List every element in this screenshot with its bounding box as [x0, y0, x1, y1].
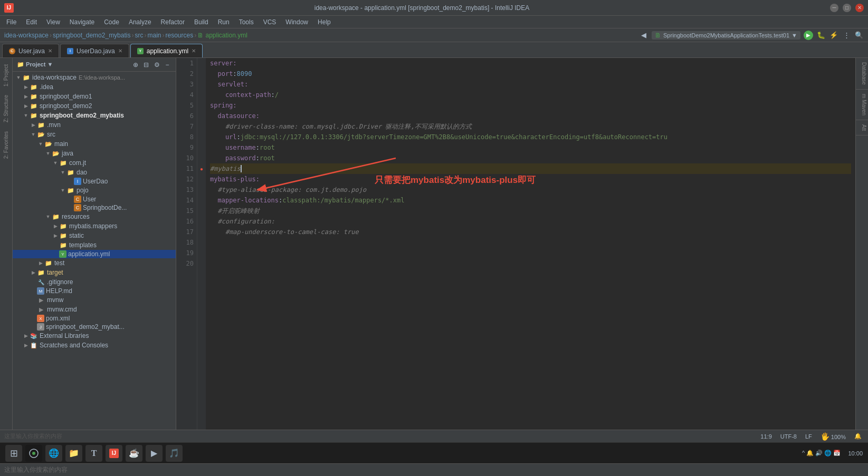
- tree-item-scratches[interactable]: ▶ 📋 Scratches and Consoles: [13, 341, 176, 350]
- tree-item-user[interactable]: C User: [13, 195, 176, 203]
- taskbar-start[interactable]: ⊞: [5, 445, 22, 462]
- code-editor[interactable]: server: port: 8090 servlet:: [206, 58, 855, 430]
- nav-back-button[interactable]: ◀: [639, 31, 648, 40]
- tree-item-idea[interactable]: ▶ 📁 .idea: [13, 82, 176, 92]
- right-panel-maven[interactable]: m Maven: [856, 90, 868, 120]
- tree-item-dao[interactable]: ▼ 📁 dao: [13, 168, 176, 177]
- menu-help[interactable]: Help: [313, 17, 335, 27]
- tab-user-java[interactable]: C User.java ✕: [2, 44, 59, 57]
- tree-item-mvn[interactable]: ▶ 📁 .mvn: [13, 120, 176, 130]
- gutter-marker-11[interactable]: ●: [200, 166, 203, 172]
- menu-build[interactable]: Build: [190, 17, 213, 27]
- toolbar-more[interactable]: ⋮: [842, 31, 851, 40]
- tree-item-pomxml[interactable]: X pom.xml: [13, 314, 176, 323]
- sidebar-add-button[interactable]: ⊕: [131, 61, 140, 69]
- breadcrumb: idea-workspace › springboot_demo2_mybati…: [0, 28, 868, 42]
- tree-item-mybatismappers[interactable]: ▶ 📁 mybatis.mappers: [13, 221, 176, 231]
- status-zoom[interactable]: 🖐 100%: [818, 432, 848, 441]
- tree-label-scratches: Scratches and Consoles: [40, 342, 108, 349]
- breadcrumb-workspace[interactable]: idea-workspace: [4, 32, 49, 39]
- tree-item-test[interactable]: ▶ 📁 test: [13, 258, 176, 268]
- tab-userdao-java-close[interactable]: ✕: [118, 48, 122, 54]
- tree-item-mvnwcmd[interactable]: ▶ mvnw.cmd: [13, 305, 176, 314]
- status-notifications[interactable]: 🔔: [852, 433, 864, 440]
- taskbar-intellij[interactable]: IJ: [106, 445, 122, 462]
- tree-item-springbootde[interactable]: C SpringbootDe...: [13, 203, 176, 212]
- breadcrumb-src[interactable]: src: [135, 32, 143, 39]
- menu-file[interactable]: File: [2, 17, 21, 27]
- tree-item-extlibs[interactable]: ▶ 📚 External Libraries: [13, 331, 176, 341]
- tree-label-test: test: [54, 259, 64, 267]
- tab-application-yml-close[interactable]: ✕: [192, 48, 196, 54]
- tree-icon-resources: 📁: [52, 212, 60, 221]
- tree-item-workspace[interactable]: ▼ 📁 idea-workspace E:\idea-workspa...: [13, 73, 176, 82]
- status-line-col[interactable]: 11:9: [758, 433, 774, 440]
- tree-item-mvnw[interactable]: ▶ mvnw: [13, 295, 176, 305]
- menu-code[interactable]: Code: [100, 17, 123, 27]
- taskbar-chrome[interactable]: 🌐: [45, 445, 62, 462]
- left-panel-labels: 1: Project Z: Structure 2: Favorites: [0, 58, 13, 430]
- menu-vcs[interactable]: VCS: [259, 17, 281, 27]
- tree-item-demo2[interactable]: ▶ 📁 springboot_demo2: [13, 101, 176, 111]
- panel-label-structure[interactable]: Z: Structure: [2, 91, 10, 127]
- sidebar-minimize-button[interactable]: −: [163, 61, 171, 69]
- menu-analyze[interactable]: Analyze: [125, 17, 156, 27]
- menu-run[interactable]: Run: [214, 17, 234, 27]
- tree-item-resources[interactable]: ▼ 📁 resources: [13, 212, 176, 221]
- breadcrumb-file[interactable]: 🗎 application.yml: [197, 32, 247, 39]
- tree-item-templates[interactable]: 📁 templates: [13, 240, 176, 250]
- debug-button[interactable]: 🐛: [816, 31, 826, 40]
- menu-navigate[interactable]: Navigate: [65, 17, 99, 27]
- panel-label-favorites[interactable]: 2: Favorites: [2, 127, 10, 163]
- tree-label-demo1: springboot_demo1: [40, 93, 92, 100]
- editor-code-wrapper[interactable]: server: port: 8090 servlet:: [206, 58, 855, 430]
- status-line-sep[interactable]: LF: [803, 433, 814, 440]
- search-everywhere-button[interactable]: 🔍: [854, 31, 864, 40]
- menu-window[interactable]: Window: [281, 17, 312, 27]
- tree-item-gitignore[interactable]: 🔧 .gitignore: [13, 277, 176, 287]
- breadcrumb-sep3: ›: [144, 32, 146, 39]
- taskbar-music[interactable]: 🎵: [166, 445, 183, 462]
- run-config-selector[interactable]: 🗎 SpringbootDemo2MybatisApplicationTests…: [652, 31, 800, 40]
- sidebar-expand-button[interactable]: ⊟: [142, 61, 150, 69]
- tree-item-springbootdemo2jar[interactable]: J springboot_demo2_mybat...: [13, 323, 176, 331]
- run-coverage-button[interactable]: ⚡: [829, 31, 838, 40]
- tree-item-src[interactable]: ▼ 📂 src: [13, 130, 176, 139]
- menu-edit[interactable]: Edit: [22, 17, 41, 27]
- sidebar-settings-button[interactable]: ⚙: [152, 61, 161, 69]
- right-panel-att[interactable]: Att: [856, 120, 868, 135]
- tab-userdao-java[interactable]: I UserDao.java ✕: [60, 44, 129, 57]
- taskbar-cortana[interactable]: [25, 445, 42, 462]
- minimize-button[interactable]: ─: [830, 4, 838, 12]
- tree-item-comjt[interactable]: ▼ 📁 com.jt: [13, 158, 176, 168]
- menubar: File Edit View Navigate Code Analyze Ref…: [0, 16, 868, 28]
- tree-item-application-yml[interactable]: Y application.yml: [13, 250, 176, 258]
- breadcrumb-main[interactable]: main: [147, 32, 161, 39]
- tree-item-userdao[interactable]: I UserDao: [13, 177, 176, 186]
- tree-item-pojo[interactable]: ▼ 📁 pojo: [13, 186, 176, 195]
- close-button[interactable]: ✕: [855, 4, 864, 12]
- tree-item-demo2mybatis[interactable]: ▼ 📁 springboot_demo2_mybatis: [13, 111, 176, 120]
- taskbar-play[interactable]: ▶: [146, 445, 163, 462]
- tree-item-demo1[interactable]: ▶ 📁 springboot_demo1: [13, 92, 176, 101]
- tab-application-yml[interactable]: Y application.yml ✕: [130, 44, 203, 57]
- run-button[interactable]: ▶: [804, 31, 813, 40]
- tab-user-java-close[interactable]: ✕: [48, 48, 52, 54]
- taskbar-explorer[interactable]: 📁: [65, 445, 82, 462]
- taskbar-java[interactable]: ☕: [126, 445, 142, 462]
- tree-item-main[interactable]: ▼ 📂 main: [13, 139, 176, 149]
- menu-view[interactable]: View: [42, 17, 64, 27]
- menu-tools[interactable]: Tools: [235, 17, 258, 27]
- tree-item-helpmd[interactable]: M HELP.md: [13, 287, 176, 295]
- status-encoding[interactable]: UTF-8: [778, 433, 799, 440]
- breadcrumb-resources[interactable]: resources: [165, 32, 193, 39]
- tree-item-static[interactable]: ▶ 📁 static: [13, 231, 176, 240]
- taskbar-typora[interactable]: T: [85, 445, 102, 462]
- tree-item-target[interactable]: ▶ 📁 target: [13, 268, 176, 277]
- maximize-button[interactable]: □: [843, 4, 851, 12]
- tree-item-java[interactable]: ▼ 📂 java: [13, 149, 176, 158]
- breadcrumb-project[interactable]: springboot_demo2_mybatis: [53, 32, 130, 39]
- menu-refactor[interactable]: Refactor: [157, 17, 189, 27]
- panel-label-project[interactable]: 1: Project: [2, 60, 10, 91]
- right-panel-database[interactable]: Database: [856, 58, 868, 90]
